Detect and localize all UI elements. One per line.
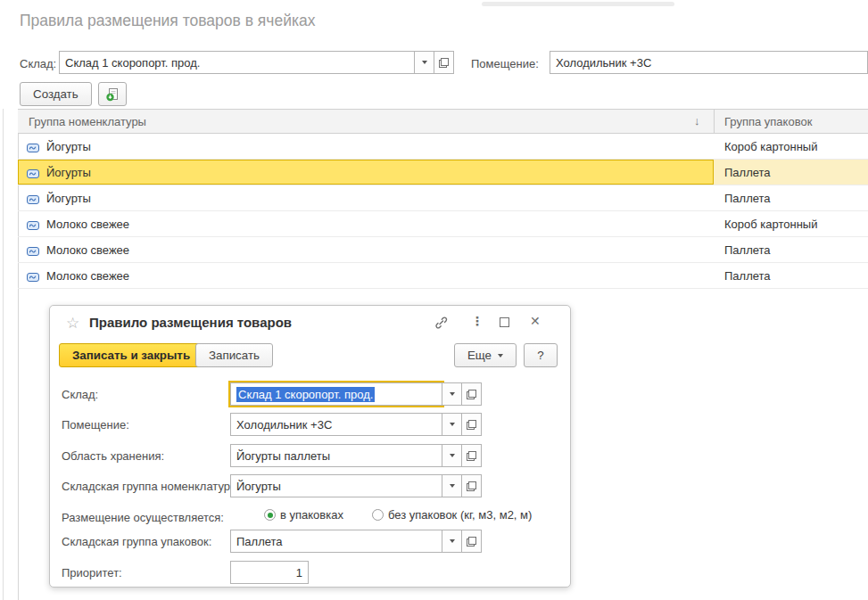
row-packs: Короб картонный — [724, 140, 817, 153]
link-icon[interactable] — [434, 316, 449, 333]
catalog-item-icon — [27, 168, 39, 181]
field-row-placement: Размещение осуществляется: в упаковках б… — [62, 505, 570, 529]
radio-selected-icon — [264, 509, 276, 521]
chevron-down-icon — [450, 539, 455, 543]
radio-in-packs-label: в упаковках — [280, 508, 343, 522]
field-row-storage-area: Область хранения: Йогурты паллеты — [62, 444, 570, 467]
item-group-open-button[interactable] — [461, 474, 482, 497]
field-row-item-group: Складская группа номенклатуры: Йогурты — [62, 474, 570, 497]
table-row[interactable]: Молоко свежее Короб картонный — [18, 211, 868, 237]
table-row[interactable]: Йогурты Короб картонный — [18, 134, 868, 160]
row-packs: Паллета — [724, 269, 771, 283]
panel-left-border — [3, 109, 4, 600]
room-open-button[interactable] — [461, 413, 482, 436]
dialog-command-bar: Записать и закрыть Записать Еще ? — [59, 343, 561, 368]
priority-label: Приоритет: — [62, 566, 122, 579]
sort-descending-icon: ↓ — [694, 114, 700, 127]
table-row[interactable]: Йогурты Паллета — [18, 185, 868, 211]
chevron-down-icon — [450, 454, 455, 457]
pack-group-input[interactable]: Паллета — [230, 530, 442, 553]
maximize-icon[interactable] — [500, 317, 509, 327]
filter-warehouse-open-button[interactable] — [434, 51, 454, 74]
room-dropdown-button[interactable] — [442, 413, 462, 436]
row-packs: Паллета — [724, 243, 771, 257]
row-packs: Паллета — [724, 192, 771, 205]
catalog-item-icon — [27, 142, 39, 155]
placement-rule-dialog: ☆ Правило размещения товаров ⋮ ✕ Записат… — [49, 305, 571, 588]
menu-dots-icon[interactable]: ⋮ — [471, 314, 484, 328]
create-button[interactable]: Создать — [20, 82, 92, 106]
catalog-item-icon — [27, 193, 39, 207]
more-button[interactable]: Еще — [454, 343, 517, 367]
chevron-down-icon — [422, 61, 427, 64]
storage-area-input[interactable]: Йогурты паллеты — [230, 444, 442, 467]
column-header-group[interactable]: Группа номенклатуры — [29, 115, 146, 128]
table-header[interactable]: Группа номенклатуры ↓ Группа упаковок — [18, 109, 868, 134]
filter-warehouse-label: Склад: — [20, 57, 56, 70]
dialog-title: Правило размещения товаров — [89, 315, 292, 330]
field-row-priority: Приоритет: 1 — [62, 561, 570, 584]
priority-input[interactable]: 1 — [230, 561, 309, 584]
warehouse-open-button[interactable] — [461, 382, 482, 406]
row-group: Йогурты — [46, 140, 91, 153]
close-icon[interactable]: ✕ — [530, 314, 541, 328]
create-copy-button[interactable] — [98, 82, 127, 106]
column-divider[interactable] — [714, 110, 715, 133]
radio-without-packs[interactable]: без упаковок (кг, м3, м2, м) — [372, 508, 532, 522]
catalog-item-icon — [27, 245, 39, 259]
chevron-down-icon — [450, 423, 455, 426]
pack-group-dropdown-button[interactable] — [442, 530, 462, 553]
room-label: Помещение: — [62, 418, 129, 432]
chevron-down-icon — [450, 484, 455, 488]
field-row-pack-group: Складская группа упаковок: Паллета — [62, 530, 570, 553]
item-group-label: Складская группа номенклатуры: — [62, 480, 242, 493]
filter-warehouse-input[interactable]: Склад 1 скоропорт. прод. — [59, 51, 415, 74]
row-packs: Короб картонный — [724, 218, 817, 231]
browser-tab-remnant — [482, 2, 674, 6]
catalog-item-icon — [27, 219, 39, 233]
filter-room-label: Помещение: — [471, 57, 539, 70]
page-title: Правила размещения товаров в ячейках — [20, 12, 315, 30]
field-row-room: Помещение: Холодильник +3С — [62, 413, 570, 436]
warehouse-dropdown-button[interactable] — [442, 382, 462, 406]
more-button-label: Еще — [467, 349, 492, 362]
chevron-down-icon — [450, 392, 455, 396]
open-item-icon — [467, 420, 476, 430]
row-packs: Паллета — [724, 166, 771, 179]
field-row-warehouse: Склад: Склад 1 скоропорт. прод. — [62, 382, 570, 406]
table-row[interactable]: Молоко свежее Паллета — [18, 263, 868, 289]
radio-without-packs-label: без упаковок (кг, м3, м2, м) — [388, 508, 532, 522]
pack-group-open-button[interactable] — [461, 530, 482, 553]
storage-area-dropdown-button[interactable] — [442, 444, 462, 467]
open-item-icon — [467, 537, 476, 547]
favorite-star-icon[interactable]: ☆ — [66, 314, 79, 333]
save-button[interactable]: Записать — [195, 343, 273, 367]
selected-cell-highlight — [18, 160, 714, 185]
room-input[interactable]: Холодильник +3С — [230, 413, 442, 436]
column-header-packs[interactable]: Группа упаковок — [724, 115, 812, 128]
row-group: Йогурты — [46, 192, 91, 205]
copy-document-icon — [105, 87, 120, 102]
table-row[interactable]: Йогурты Паллета — [18, 160, 868, 185]
filter-warehouse-combo: Склад 1 скоропорт. прод. — [59, 51, 454, 74]
open-item-icon — [467, 451, 476, 461]
warehouse-input[interactable]: Склад 1 скоропорт. прод. — [230, 382, 442, 406]
radio-unselected-icon — [372, 509, 384, 521]
open-item-icon — [467, 390, 476, 399]
item-group-dropdown-button[interactable] — [442, 474, 462, 497]
pack-group-label: Складская группа упаковок: — [62, 535, 211, 548]
selected-text: Склад 1 скоропорт. прод. — [236, 387, 375, 402]
storage-area-open-button[interactable] — [461, 444, 482, 467]
radio-in-packs[interactable]: в упаковках — [264, 508, 343, 522]
table-row[interactable]: Молоко свежее Паллета — [18, 237, 868, 263]
row-group: Молоко свежее — [46, 269, 129, 283]
warehouse-label: Склад: — [62, 388, 98, 401]
save-and-close-button[interactable]: Записать и закрыть — [59, 343, 203, 367]
filter-room-input[interactable]: Холодильник +3С — [550, 51, 868, 74]
filter-warehouse-dropdown-button[interactable] — [414, 51, 434, 74]
help-button[interactable]: ? — [524, 343, 558, 367]
open-item-icon — [439, 58, 449, 68]
placement-label: Размещение осуществляется: — [62, 511, 224, 524]
row-group: Молоко свежее — [46, 243, 129, 257]
item-group-input[interactable]: Йогурты — [230, 474, 442, 497]
